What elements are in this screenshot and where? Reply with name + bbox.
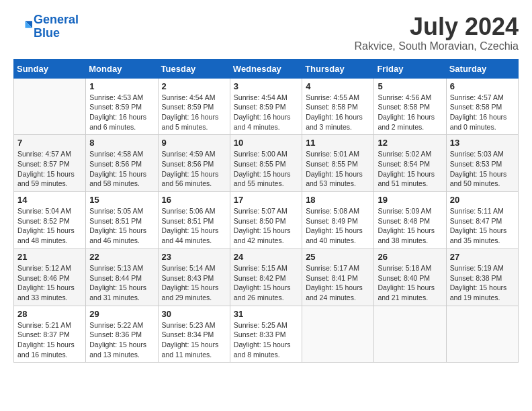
calendar-cell: 9Sunrise: 4:59 AM Sunset: 8:56 PM Daylig…	[158, 135, 230, 192]
calendar-cell: 25Sunrise: 5:17 AM Sunset: 8:41 PM Dayli…	[302, 248, 374, 306]
calendar-cell: 8Sunrise: 4:58 AM Sunset: 8:56 PM Daylig…	[86, 135, 158, 192]
calendar-cell: 28Sunrise: 5:21 AM Sunset: 8:37 PM Dayli…	[14, 306, 86, 363]
calendar-cell: 6Sunrise: 4:57 AM Sunset: 8:58 PM Daylig…	[446, 78, 518, 135]
day-info: Sunrise: 5:03 AM Sunset: 8:53 PM Dayligh…	[450, 149, 515, 189]
day-number: 2	[162, 81, 226, 91]
day-number: 27	[450, 252, 515, 262]
day-number: 1	[89, 81, 154, 91]
day-number: 29	[89, 309, 154, 319]
day-info: Sunrise: 5:00 AM Sunset: 8:55 PM Dayligh…	[234, 149, 298, 189]
day-info: Sunrise: 5:22 AM Sunset: 8:36 PM Dayligh…	[89, 320, 154, 360]
logo-text: General Blue	[34, 13, 79, 40]
day-number: 10	[234, 138, 298, 148]
header-wednesday: Wednesday	[230, 59, 302, 78]
logo: General Blue	[13, 13, 79, 40]
day-number: 30	[162, 309, 226, 319]
calendar-header-row: SundayMondayTuesdayWednesdayThursdayFrid…	[14, 59, 519, 78]
calendar-week-row: 28Sunrise: 5:21 AM Sunset: 8:37 PM Dayli…	[14, 306, 519, 363]
day-info: Sunrise: 4:56 AM Sunset: 8:58 PM Dayligh…	[378, 93, 442, 132]
day-info: Sunrise: 4:59 AM Sunset: 8:56 PM Dayligh…	[162, 149, 226, 189]
day-number: 12	[378, 138, 442, 148]
calendar-cell: 24Sunrise: 5:15 AM Sunset: 8:42 PM Dayli…	[230, 248, 302, 306]
day-number: 15	[89, 195, 154, 205]
day-info: Sunrise: 4:57 AM Sunset: 8:57 PM Dayligh…	[17, 149, 82, 189]
calendar-week-row: 14Sunrise: 5:04 AM Sunset: 8:52 PM Dayli…	[14, 192, 519, 249]
day-info: Sunrise: 5:04 AM Sunset: 8:52 PM Dayligh…	[17, 206, 82, 246]
day-info: Sunrise: 4:53 AM Sunset: 8:59 PM Dayligh…	[89, 93, 154, 132]
calendar-cell: 15Sunrise: 5:05 AM Sunset: 8:51 PM Dayli…	[86, 192, 158, 249]
day-info: Sunrise: 5:25 AM Sunset: 8:33 PM Dayligh…	[234, 320, 298, 360]
day-info: Sunrise: 4:58 AM Sunset: 8:56 PM Dayligh…	[89, 149, 154, 189]
day-number: 7	[17, 138, 82, 148]
calendar-cell: 27Sunrise: 5:19 AM Sunset: 8:38 PM Dayli…	[446, 248, 518, 306]
day-info: Sunrise: 5:18 AM Sunset: 8:40 PM Dayligh…	[378, 263, 442, 303]
day-number: 11	[306, 138, 370, 148]
header-thursday: Thursday	[302, 59, 374, 78]
logo-line1: General	[34, 13, 79, 26]
day-number: 6	[450, 81, 515, 91]
month-year: July 2024	[354, 13, 519, 40]
header-tuesday: Tuesday	[158, 59, 230, 78]
day-info: Sunrise: 5:21 AM Sunset: 8:37 PM Dayligh…	[17, 320, 82, 360]
day-number: 26	[378, 252, 442, 262]
calendar-cell: 31Sunrise: 5:25 AM Sunset: 8:33 PM Dayli…	[230, 306, 302, 363]
day-info: Sunrise: 5:01 AM Sunset: 8:55 PM Dayligh…	[306, 149, 370, 189]
title-block: July 2024 Rakvice, South Moravian, Czech…	[354, 13, 519, 52]
day-info: Sunrise: 5:12 AM Sunset: 8:46 PM Dayligh…	[17, 263, 82, 303]
page-header: General Blue July 2024 Rakvice, South Mo…	[13, 13, 519, 52]
calendar-cell: 3Sunrise: 4:54 AM Sunset: 8:59 PM Daylig…	[230, 78, 302, 135]
calendar-table: SundayMondayTuesdayWednesdayThursdayFrid…	[13, 59, 519, 363]
day-number: 28	[17, 309, 82, 319]
calendar-cell: 16Sunrise: 5:06 AM Sunset: 8:51 PM Dayli…	[158, 192, 230, 249]
day-info: Sunrise: 5:13 AM Sunset: 8:44 PM Dayligh…	[89, 263, 154, 303]
calendar-cell	[14, 78, 86, 135]
day-number: 3	[234, 81, 298, 91]
calendar-cell: 17Sunrise: 5:07 AM Sunset: 8:50 PM Dayli…	[230, 192, 302, 249]
day-number: 20	[450, 195, 515, 205]
day-info: Sunrise: 4:54 AM Sunset: 8:59 PM Dayligh…	[162, 93, 226, 132]
calendar-cell: 19Sunrise: 5:09 AM Sunset: 8:48 PM Dayli…	[374, 192, 446, 249]
calendar-cell	[302, 306, 374, 363]
calendar-cell: 22Sunrise: 5:13 AM Sunset: 8:44 PM Dayli…	[86, 248, 158, 306]
day-info: Sunrise: 4:57 AM Sunset: 8:58 PM Dayligh…	[450, 93, 515, 132]
day-info: Sunrise: 5:05 AM Sunset: 8:51 PM Dayligh…	[89, 206, 154, 246]
calendar-cell: 23Sunrise: 5:14 AM Sunset: 8:43 PM Dayli…	[158, 248, 230, 306]
day-number: 9	[162, 138, 226, 148]
day-number: 17	[234, 195, 298, 205]
day-number: 18	[306, 195, 370, 205]
logo-icon	[13, 17, 32, 36]
day-number: 8	[89, 138, 154, 148]
day-number: 23	[162, 252, 226, 262]
calendar-cell	[446, 306, 518, 363]
day-info: Sunrise: 5:07 AM Sunset: 8:50 PM Dayligh…	[234, 206, 298, 246]
location: Rakvice, South Moravian, Czechia	[354, 40, 519, 52]
day-number: 22	[89, 252, 154, 262]
calendar-cell: 18Sunrise: 5:08 AM Sunset: 8:49 PM Dayli…	[302, 192, 374, 249]
day-info: Sunrise: 5:09 AM Sunset: 8:48 PM Dayligh…	[378, 206, 442, 246]
calendar-cell: 20Sunrise: 5:11 AM Sunset: 8:47 PM Dayli…	[446, 192, 518, 249]
day-number: 24	[234, 252, 298, 262]
calendar-cell: 30Sunrise: 5:23 AM Sunset: 8:34 PM Dayli…	[158, 306, 230, 363]
day-info: Sunrise: 5:15 AM Sunset: 8:42 PM Dayligh…	[234, 263, 298, 303]
day-info: Sunrise: 4:54 AM Sunset: 8:59 PM Dayligh…	[234, 93, 298, 132]
header-friday: Friday	[374, 59, 446, 78]
day-number: 21	[17, 252, 82, 262]
calendar-cell	[374, 306, 446, 363]
calendar-cell: 10Sunrise: 5:00 AM Sunset: 8:55 PM Dayli…	[230, 135, 302, 192]
day-number: 25	[306, 252, 370, 262]
day-info: Sunrise: 5:06 AM Sunset: 8:51 PM Dayligh…	[162, 206, 226, 246]
calendar-cell: 13Sunrise: 5:03 AM Sunset: 8:53 PM Dayli…	[446, 135, 518, 192]
calendar-week-row: 7Sunrise: 4:57 AM Sunset: 8:57 PM Daylig…	[14, 135, 519, 192]
calendar-cell: 14Sunrise: 5:04 AM Sunset: 8:52 PM Dayli…	[14, 192, 86, 249]
calendar-week-row: 21Sunrise: 5:12 AM Sunset: 8:46 PM Dayli…	[14, 248, 519, 306]
day-number: 16	[162, 195, 226, 205]
calendar-cell: 7Sunrise: 4:57 AM Sunset: 8:57 PM Daylig…	[14, 135, 86, 192]
calendar-cell: 29Sunrise: 5:22 AM Sunset: 8:36 PM Dayli…	[86, 306, 158, 363]
calendar-cell: 12Sunrise: 5:02 AM Sunset: 8:54 PM Dayli…	[374, 135, 446, 192]
header-sunday: Sunday	[14, 59, 86, 78]
day-info: Sunrise: 5:02 AM Sunset: 8:54 PM Dayligh…	[378, 149, 442, 189]
calendar-cell: 21Sunrise: 5:12 AM Sunset: 8:46 PM Dayli…	[14, 248, 86, 306]
day-number: 5	[378, 81, 442, 91]
day-number: 14	[17, 195, 82, 205]
day-info: Sunrise: 5:17 AM Sunset: 8:41 PM Dayligh…	[306, 263, 370, 303]
